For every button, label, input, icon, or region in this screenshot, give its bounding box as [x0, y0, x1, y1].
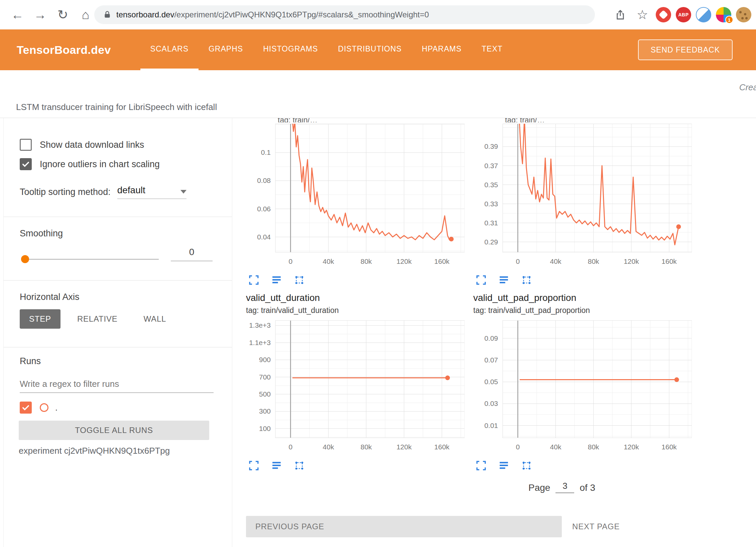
- fit-domain-icon[interactable]: [519, 273, 533, 287]
- svg-text:0.01: 0.01: [484, 422, 498, 429]
- svg-text:0: 0: [516, 443, 520, 451]
- reload-icon[interactable]: ↻: [54, 6, 72, 23]
- tab-distributions[interactable]: DISTRIBUTIONS: [328, 29, 412, 70]
- run-color-swatch[interactable]: [40, 403, 48, 412]
- svg-text:0.1: 0.1: [261, 148, 271, 156]
- svg-text:0.08: 0.08: [257, 177, 271, 184]
- previous-page-button[interactable]: PREVIOUS PAGE: [246, 516, 562, 537]
- axis-wall-button[interactable]: WALL: [134, 309, 176, 329]
- expand-chart-icon[interactable]: [474, 273, 488, 287]
- svg-text:120k: 120k: [396, 257, 412, 265]
- blue-extension-icon[interactable]: [696, 7, 711, 22]
- tab-text[interactable]: TEXT: [472, 29, 513, 70]
- back-icon[interactable]: ←: [9, 6, 26, 23]
- chart-title: valid_utt_duration: [246, 293, 467, 303]
- svg-text:0: 0: [288, 443, 292, 451]
- pagination: Page of 3: [528, 481, 595, 493]
- axis-step-button[interactable]: STEP: [20, 309, 60, 329]
- chart-canvas[interactable]: 1003005007009001.1e+31.3e+3040k80k120k16…: [246, 320, 467, 454]
- show-download-row: Show data download links: [20, 139, 144, 151]
- svg-text:0.29: 0.29: [484, 238, 498, 246]
- svg-text:80k: 80k: [588, 443, 599, 451]
- data-list-icon[interactable]: [497, 273, 511, 287]
- chart-tag: tag: train/valid_utt_pad_proportion: [473, 306, 694, 315]
- svg-text:0.04: 0.04: [257, 233, 271, 241]
- tab-hparams[interactable]: HPARAMS: [412, 29, 472, 70]
- series-line: [291, 124, 451, 240]
- expand-chart-icon[interactable]: [247, 458, 261, 472]
- svg-text:40k: 40k: [550, 443, 561, 451]
- cookie-extension-icon[interactable]: [736, 7, 751, 22]
- svg-text:120k: 120k: [624, 257, 639, 265]
- toggle-all-runs-button[interactable]: TOGGLE ALL RUNS: [19, 421, 209, 440]
- data-list-icon[interactable]: [497, 458, 511, 472]
- expand-chart-icon[interactable]: [474, 458, 488, 472]
- tab-histograms[interactable]: HISTOGRAMS: [253, 29, 328, 70]
- bookmark-star-icon[interactable]: ☆: [634, 6, 651, 23]
- chart-canvas[interactable]: 0.010.030.050.070.09040k80k120k160k: [473, 320, 694, 454]
- axis-relative-button[interactable]: RELATIVE: [68, 309, 127, 329]
- svg-text:120k: 120k: [624, 443, 639, 451]
- page: ← → ↻ ⌂ tensorboard.dev/experiment/cj2vt…: [0, 0, 756, 547]
- run-row: .: [20, 402, 57, 414]
- tooltip-sorting-dropdown[interactable]: default: [117, 185, 186, 199]
- settings-sidebar: Show data download links Ignore outliers…: [3, 118, 232, 547]
- abp-extension-icon[interactable]: ABP: [676, 7, 691, 22]
- fit-domain-icon[interactable]: [292, 458, 306, 472]
- fit-domain-icon[interactable]: [519, 458, 533, 472]
- run-checkbox[interactable]: [20, 402, 32, 414]
- page-input[interactable]: [555, 481, 574, 493]
- chart-canvas[interactable]: 0.290.310.330.350.370.39040k80k120k160k: [473, 124, 694, 269]
- fit-domain-icon[interactable]: [292, 273, 306, 287]
- series-line: [519, 124, 678, 245]
- address-bar[interactable]: tensorboard.dev/experiment/cj2vtPiwQHKN9…: [94, 5, 595, 24]
- svg-text:0.37: 0.37: [484, 162, 498, 170]
- svg-text:0.09: 0.09: [484, 334, 498, 342]
- svg-text:0: 0: [516, 257, 520, 265]
- smoothing-header: Smoothing: [20, 228, 63, 239]
- chart-actions: [247, 458, 467, 472]
- browser-toolbar: ← → ↻ ⌂ tensorboard.dev/experiment/cj2vt…: [0, 0, 756, 29]
- data-list-icon[interactable]: [269, 458, 283, 472]
- forward-icon[interactable]: →: [31, 6, 49, 23]
- expand-chart-icon[interactable]: [247, 273, 261, 287]
- tooltip-sorting-row: Tooltip sorting method: default: [20, 185, 186, 199]
- smoothing-slider-thumb[interactable]: [21, 255, 29, 263]
- show-download-checkbox[interactable]: [20, 139, 32, 151]
- svg-text:0.07: 0.07: [484, 356, 498, 364]
- ignore-outliers-checkbox[interactable]: [20, 158, 32, 170]
- horizontal-axis-buttons: STEP RELATIVE WALL: [20, 309, 175, 329]
- tab-graphs[interactable]: GRAPHS: [199, 29, 253, 70]
- checkmark-icon: [21, 403, 30, 412]
- svg-text:40k: 40k: [323, 443, 334, 451]
- page-label: Page: [528, 482, 550, 493]
- svg-text:160k: 160k: [434, 443, 450, 451]
- run-name: .: [55, 403, 57, 413]
- created-text-fragment: Crea: [739, 82, 756, 93]
- chart-tag: tag: train/valid_utt_duration: [246, 306, 467, 315]
- chart-tag-clipped: tag: train/…: [505, 118, 694, 122]
- smoothing-value-input[interactable]: [171, 247, 213, 261]
- pie-extension-icon[interactable]: 1: [716, 7, 731, 22]
- home-icon[interactable]: ⌂: [77, 6, 94, 23]
- svg-text:100: 100: [259, 425, 271, 432]
- app-header: TensorBoard.dev SCALARSGRAPHSHISTOGRAMSD…: [0, 29, 756, 70]
- chart-canvas[interactable]: 0.040.060.080.1040k80k120k160k: [246, 124, 467, 269]
- svg-text:0.06: 0.06: [257, 205, 271, 213]
- svg-text:80k: 80k: [361, 443, 372, 451]
- chart-actions: [247, 273, 467, 287]
- adblock-extension-icon[interactable]: [656, 7, 671, 22]
- smoothing-slider-track[interactable]: [25, 259, 159, 260]
- svg-text:80k: 80k: [588, 257, 599, 265]
- send-feedback-button[interactable]: SEND FEEDBACK: [638, 39, 733, 60]
- svg-text:40k: 40k: [550, 257, 561, 265]
- data-list-icon[interactable]: [269, 273, 283, 287]
- tooltip-sorting-label: Tooltip sorting method:: [20, 187, 111, 197]
- series-endpoint-dot: [676, 224, 681, 229]
- tab-scalars[interactable]: SCALARS: [140, 29, 199, 70]
- runs-label: Runs: [20, 356, 41, 366]
- share-icon[interactable]: [612, 6, 629, 23]
- series-endpoint-dot: [674, 377, 679, 382]
- runs-filter-input[interactable]: [20, 375, 214, 393]
- next-page-button[interactable]: NEXT PAGE: [572, 516, 620, 537]
